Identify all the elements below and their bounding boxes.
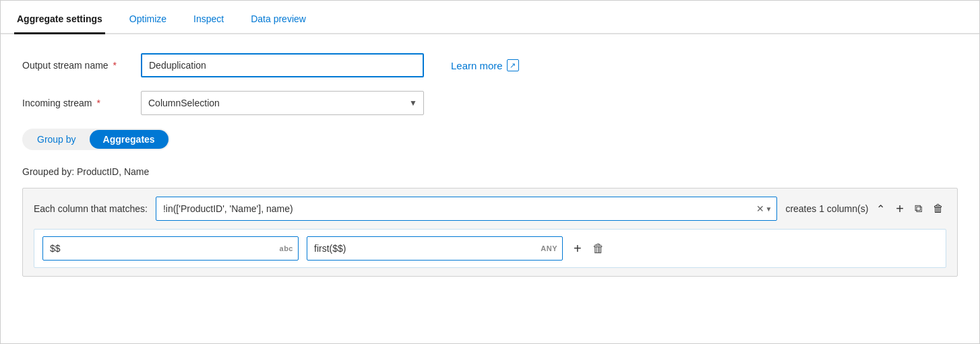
tab-optimize[interactable]: Optimize xyxy=(127,5,169,34)
col-expr-type-badge: ANY xyxy=(541,244,557,252)
col-name-wrapper: abc xyxy=(42,236,299,261)
collapse-button[interactable]: ⌃ xyxy=(876,203,885,215)
pattern-clear-button[interactable]: ✕ ▼ xyxy=(756,203,772,214)
output-stream-row: Output stream name * Learn more ↗ xyxy=(22,53,958,77)
output-stream-input[interactable] xyxy=(141,53,424,77)
output-stream-label: Output stream name * xyxy=(22,60,130,71)
toggle-group: Group by Aggregates xyxy=(22,129,170,150)
col-expr-wrapper: ANY xyxy=(307,236,563,261)
tab-data-preview[interactable]: Data preview xyxy=(248,5,309,34)
col-expr-input[interactable] xyxy=(307,236,563,261)
delete-col-button[interactable]: 🗑 xyxy=(592,242,605,256)
incoming-stream-select-wrapper: ColumnSelection ▼ xyxy=(141,91,424,115)
pattern-input[interactable] xyxy=(156,197,778,221)
tab-aggregate-settings[interactable]: Aggregate settings xyxy=(14,5,105,34)
add-col-button[interactable]: + xyxy=(571,240,584,258)
incoming-stream-select[interactable]: ColumnSelection xyxy=(141,91,424,115)
delete-icon: 🗑 xyxy=(933,203,944,215)
group-by-button[interactable]: Group by xyxy=(24,130,90,149)
copy-pattern-button[interactable]: ⧉ xyxy=(912,201,925,216)
incoming-stream-row: Incoming stream * ColumnSelection ▼ xyxy=(22,91,958,115)
pattern-actions: + ⧉ 🗑 xyxy=(893,200,946,218)
incoming-stream-label: Incoming stream * xyxy=(22,98,130,108)
required-star: * xyxy=(113,60,117,71)
main-content: Output stream name * Learn more ↗ Incomi… xyxy=(1,34,979,296)
learn-more-link[interactable]: Learn more ↗ xyxy=(451,59,519,71)
each-column-label: Each column that matches: xyxy=(34,203,148,214)
pattern-input-wrapper: ✕ ▼ xyxy=(156,197,778,221)
plus-icon: + xyxy=(896,201,904,217)
clear-icon: ✕ xyxy=(756,203,764,214)
tab-bar: Aggregate settings Optimize Inspect Data… xyxy=(1,1,979,34)
tab-inspect[interactable]: Inspect xyxy=(191,5,226,34)
add-pattern-button[interactable]: + xyxy=(893,200,907,218)
pattern-section: Each column that matches: ✕ ▼ creates 1 … xyxy=(22,188,958,277)
col-name-input[interactable] xyxy=(42,236,299,261)
delete-pattern-button[interactable]: 🗑 xyxy=(930,201,946,216)
required-star-2: * xyxy=(96,98,100,108)
delete-col-icon: 🗑 xyxy=(592,242,605,256)
copy-icon: ⧉ xyxy=(915,203,922,215)
plus-icon-col: + xyxy=(574,241,582,256)
dropdown-arrow-icon: ▼ xyxy=(765,205,772,213)
creates-text: creates 1 column(s) xyxy=(785,203,868,214)
pattern-row: Each column that matches: ✕ ▼ creates 1 … xyxy=(34,197,946,221)
external-link-icon: ↗ xyxy=(507,59,519,71)
grouped-by-text: Grouped by: ProductID, Name xyxy=(22,166,958,177)
aggregates-button[interactable]: Aggregates xyxy=(90,130,169,149)
chevron-up-icon: ⌃ xyxy=(876,203,885,215)
inner-content: abc ANY + 🗑 xyxy=(34,229,946,268)
col-name-type-badge: abc xyxy=(280,244,293,252)
